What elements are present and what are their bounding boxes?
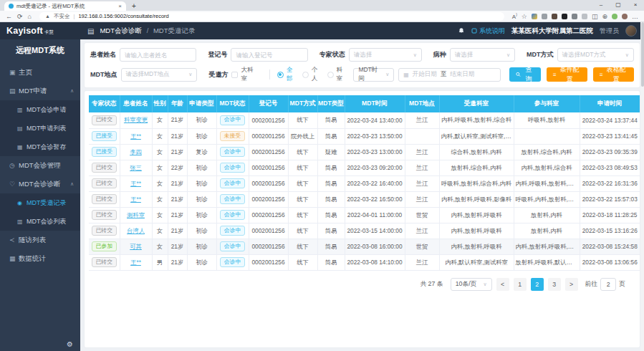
table-row[interactable]: 已参加可其女21岁初诊会诊中0002001256线下简易2022-03-08 1… — [89, 239, 640, 254]
page-size-select[interactable]: 10条/页 ∨ — [451, 278, 492, 291]
profile-icon[interactable] — [622, 14, 628, 19]
expert-status-select[interactable]: 请选择∨ — [349, 48, 422, 62]
sidebar-item-主页[interactable]: ▣主页 — [0, 63, 80, 82]
register-no-label: 登记号 — [208, 50, 227, 59]
menu-item-label: MDT会诊诊断 — [19, 180, 61, 189]
split-screen-icon[interactable]: ◫ — [592, 13, 598, 20]
table-row[interactable]: 已转交测科室女21岁初诊会诊中0002001256线下简易2022-04-01 … — [89, 207, 640, 223]
cell-mdt_status: 会诊中 — [216, 160, 249, 176]
window-maximize-button[interactable]: ▢ — [610, 0, 627, 11]
sidebar-item-MDT申请[interactable]: ▤MDT申请∧ — [0, 82, 80, 100]
table-row[interactable]: 已接受王**女21岁初诊未接受0002001256院外线上简易2022-03-2… — [89, 128, 640, 144]
radio-all[interactable]: 全部 — [277, 66, 302, 83]
sidebar-item-随访列表[interactable]: ≺随访列表 — [0, 231, 80, 249]
cell-age: 21岁 — [168, 254, 187, 270]
patient-name-link[interactable]: 李四 — [130, 148, 142, 155]
table-row[interactable]: 已接受李四女21岁复诊会诊中0002001256线下疑难2022-03-23 1… — [89, 144, 640, 160]
table-config-button[interactable]: ≡ 表格配置 — [593, 67, 634, 82]
column-header-患者姓名: 患者姓名 — [120, 95, 152, 112]
window-close-button[interactable]: × — [627, 0, 644, 11]
notification-bell-icon[interactable] — [458, 27, 465, 34]
sidebar-item-MDT会诊诊断[interactable]: ♡MDT会诊诊断∧ — [0, 175, 80, 193]
extension-icon[interactable] — [572, 14, 577, 19]
sidebar-item-MDT会诊申请[interactable]: ▥MDT会诊申请 — [0, 100, 80, 119]
browser-tab[interactable]: mdt受邀记录 - 远程MDT系统 × — [4, 1, 126, 11]
user-avatar[interactable] — [625, 25, 637, 37]
cell-apply_type: 初诊 — [187, 239, 216, 254]
browser-scrollbar[interactable] — [640, 22, 644, 351]
radio-person[interactable]: 个人 — [302, 66, 327, 83]
patient-name-link[interactable]: 科室变更 — [124, 116, 148, 123]
chevron-down-icon: ∨ — [506, 52, 510, 58]
home-icon[interactable]: ⌂ — [28, 13, 32, 20]
sidebar-item-MDT受邀记录[interactable]: ◉MDT受邀记录 — [0, 193, 80, 212]
condition-config-button[interactable]: ≡ 条件配置 — [547, 67, 587, 82]
back-icon[interactable]: ← — [6, 13, 12, 20]
disease-select[interactable]: 请选择∨ — [450, 48, 515, 62]
patient-name-link[interactable]: 测科室 — [127, 211, 145, 218]
page-button-3[interactable]: 3 — [548, 278, 561, 291]
extension-icon[interactable] — [532, 14, 537, 19]
new-tab-button[interactable]: + — [132, 1, 136, 11]
refresh-icon[interactable]: ⟳ — [17, 13, 23, 20]
register-no-input[interactable] — [231, 48, 307, 62]
extension-icon[interactable] — [542, 14, 547, 19]
cell-mdt_location: 兰江 — [405, 254, 439, 270]
next-page-button[interactable]: > — [565, 278, 578, 291]
table-row[interactable]: 已转交王**女21岁初诊会诊中0002001256线下简易2022-03-22 … — [89, 176, 640, 191]
patient-name-link[interactable]: 王** — [130, 180, 141, 187]
table-row[interactable]: 已转交科室变更女21岁初诊会诊中0002001256线下简易2022-03-24… — [89, 112, 640, 128]
cell-apply_type: 初诊 — [187, 191, 216, 207]
favorite-star-icon[interactable]: ☆ — [522, 13, 527, 20]
big-dept-checkbox[interactable]: 大科室 — [231, 66, 261, 83]
table-row[interactable]: 已转交张三女22岁初诊会诊中0002001256线下简易2022-03-23 0… — [89, 160, 640, 176]
browser-essentials-icon[interactable] — [612, 14, 617, 19]
extension-icon[interactable] — [582, 14, 587, 19]
extension-icon[interactable] — [552, 14, 557, 19]
patient-name-link[interactable]: 可其 — [130, 243, 142, 250]
patient-name-link[interactable]: 王** — [130, 133, 141, 140]
sidebar-item-MDT申请列表[interactable]: ▤MDT申请列表 — [0, 119, 80, 138]
read-aloud-icon[interactable]: A) — [512, 12, 517, 20]
cell-name: 测科室 — [120, 207, 152, 223]
mdt-mode-select[interactable]: 请选择MDT方式∨ — [557, 48, 634, 62]
prev-page-button[interactable]: < — [496, 278, 509, 291]
menu-fold-icon[interactable]: ▤ — [87, 27, 94, 35]
mdt-location-select[interactable]: 请选择MDT地点∨ — [121, 68, 198, 82]
collections-icon[interactable]: ⊕ — [602, 13, 607, 20]
settings-gear-icon[interactable]: ⚙ — [67, 340, 73, 348]
tab-close-icon[interactable]: × — [118, 3, 122, 9]
system-help-link[interactable]: 系统说明 — [471, 27, 505, 36]
cell-mdt_location: 兰江 — [405, 191, 439, 207]
window-minimize-button[interactable]: – — [592, 0, 610, 11]
cell-mdt_status: 会诊中 — [216, 191, 249, 207]
more-menu-icon[interactable]: … — [632, 13, 638, 20]
sidebar-item-MDT会诊暂存[interactable]: ▦MDT会诊暂存 — [0, 138, 80, 156]
date-range-picker[interactable]: ▦ 开始日期 至 结束日期 — [398, 68, 501, 82]
table-row[interactable]: 已转交王**男21岁初诊会诊中0002001256线下简易2022-03-08 … — [89, 254, 640, 270]
search-icon — [516, 72, 521, 77]
patient-name-input[interactable] — [120, 48, 196, 62]
patient-name-link[interactable]: 王** — [130, 196, 141, 203]
search-button[interactable]: 查询 — [509, 67, 541, 82]
page-button-2[interactable]: 2 — [531, 278, 544, 291]
cell-mdt_type: 简易 — [317, 160, 345, 176]
sidebar-item-数据统计[interactable]: ▦数据统计 — [0, 249, 80, 268]
page-button-1[interactable]: 1 — [514, 278, 527, 291]
patient-name-link[interactable]: 台湾人 — [127, 227, 145, 234]
extension-icon[interactable] — [562, 14, 567, 19]
goto-page-input[interactable]: 2 — [600, 278, 616, 291]
table-row[interactable]: 已转交台湾人女21岁初诊会诊中0002001256线下简易2022-03-15 … — [89, 223, 640, 239]
patient-name-link[interactable]: 张三 — [130, 164, 142, 171]
table-row[interactable]: 已转交王**女21岁初诊会诊中0002001256线下简易2022-03-22 … — [89, 191, 640, 207]
sidebar-item-MDT会诊管理[interactable]: ◷MDT会诊管理 — [0, 156, 80, 175]
address-bar[interactable]: ▲ 不安全 | 192.168.0.156:9002/consultate/re… — [39, 12, 504, 21]
time-type-select[interactable]: MDT时间∨ — [353, 68, 394, 82]
cell-mdt_location: 兰江 — [405, 144, 439, 160]
cell-apply_type: 初诊 — [187, 176, 216, 191]
radio-dept[interactable]: 科室 — [327, 66, 352, 83]
patient-name-link[interactable]: 王** — [130, 259, 141, 266]
cell-gender: 女 — [152, 207, 168, 223]
cell-participant_depts — [514, 128, 580, 144]
sidebar-item-MDT会诊列表[interactable]: ▥MDT会诊列表 — [0, 212, 80, 231]
